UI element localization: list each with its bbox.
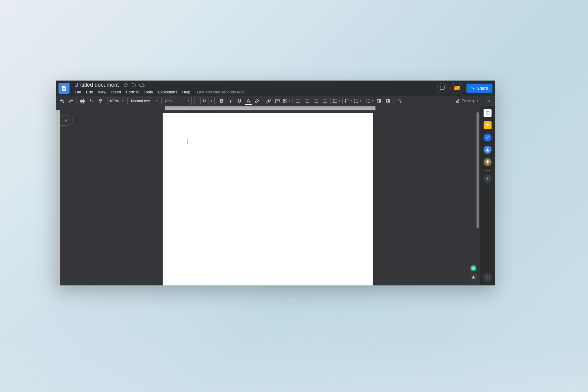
svg-rect-17 xyxy=(345,101,346,102)
document-canvas[interactable] xyxy=(56,106,480,285)
svg-point-20 xyxy=(354,100,355,100)
add-comment-icon[interactable] xyxy=(273,97,282,105)
menu-insert[interactable]: Insert xyxy=(109,89,123,95)
decrease-indent-icon[interactable] xyxy=(375,97,383,105)
align-justify-icon[interactable] xyxy=(321,97,329,105)
last-edit-link[interactable]: Last edit was seconds ago xyxy=(197,90,244,94)
paint-format-icon[interactable] xyxy=(96,97,104,105)
vertical-scrollbar[interactable] xyxy=(477,112,479,228)
font-size-increase[interactable]: + xyxy=(209,98,214,104)
highlight-icon[interactable] xyxy=(253,97,262,105)
align-center-icon[interactable] xyxy=(303,97,311,105)
svg-point-21 xyxy=(354,101,355,101)
svg-text:31: 31 xyxy=(486,112,489,114)
document-title[interactable]: Untitled document xyxy=(73,81,121,89)
svg-marker-0 xyxy=(124,83,128,87)
get-addons-icon[interactable]: + xyxy=(484,175,492,183)
star-icon[interactable] xyxy=(123,82,129,88)
print-icon[interactable] xyxy=(78,97,87,105)
menu-extensions[interactable]: Extensions xyxy=(156,89,179,95)
insert-link-icon[interactable] xyxy=(264,97,273,105)
undo-icon[interactable] xyxy=(58,97,66,105)
svg-text:3: 3 xyxy=(366,101,367,103)
text-cursor xyxy=(187,139,187,144)
grammarly-icon[interactable]: G xyxy=(470,265,477,271)
clear-formatting-icon[interactable] xyxy=(395,97,404,105)
move-icon[interactable] xyxy=(131,82,137,88)
font-size-decrease[interactable]: − xyxy=(195,98,200,104)
svg-rect-16 xyxy=(345,99,346,100)
maps-icon[interactable] xyxy=(484,158,492,166)
styles-dropdown[interactable]: Normal text xyxy=(129,97,160,105)
header-bar: Untitled document File Edit View Insert … xyxy=(56,81,495,96)
svg-point-22 xyxy=(354,102,355,103)
svg-rect-2 xyxy=(283,99,287,103)
spellcheck-icon[interactable] xyxy=(87,97,96,105)
svg-point-3 xyxy=(284,100,285,100)
editing-mode-button[interactable]: Editing xyxy=(452,97,482,105)
increase-indent-icon[interactable] xyxy=(384,97,392,105)
zoom-dropdown[interactable]: 100% xyxy=(107,97,126,105)
docs-window: Untitled document File Edit View Insert … xyxy=(56,81,495,285)
calendar-icon[interactable]: 31 xyxy=(484,109,492,117)
menu-bar: File Edit View Insert Format Tools Exten… xyxy=(73,89,437,95)
svg-rect-43 xyxy=(486,111,489,115)
cloud-status-icon[interactable] xyxy=(139,82,145,88)
toolbar: 100% Normal text Arial − 11 + B I U A 12… xyxy=(56,96,495,106)
bold-icon[interactable]: B xyxy=(217,97,226,105)
text-color-icon[interactable]: A xyxy=(244,97,253,105)
share-button[interactable]: Share xyxy=(466,84,492,93)
menu-view[interactable]: View xyxy=(96,89,108,95)
tasks-icon[interactable] xyxy=(484,134,492,141)
docs-logo[interactable] xyxy=(58,83,70,94)
svg-text:2: 2 xyxy=(366,100,367,102)
bulleted-list-icon[interactable] xyxy=(353,97,363,105)
side-panel: 31 + xyxy=(480,106,495,285)
font-dropdown[interactable]: Arial xyxy=(163,97,192,105)
vertical-ruler[interactable] xyxy=(56,110,60,285)
meet-button[interactable] xyxy=(450,83,463,93)
svg-point-45 xyxy=(487,148,488,150)
underline-icon[interactable]: U xyxy=(235,97,244,105)
menu-tools[interactable]: Tools xyxy=(141,89,155,95)
document-page[interactable] xyxy=(163,113,373,285)
align-left-icon[interactable] xyxy=(294,97,303,105)
numbered-list-icon[interactable]: 123 xyxy=(365,97,375,105)
menu-edit[interactable]: Edit xyxy=(84,89,95,95)
align-right-icon[interactable] xyxy=(312,97,320,105)
font-size-control: − 11 + xyxy=(194,97,215,105)
italic-icon[interactable]: I xyxy=(226,97,235,105)
sidepanel-separator xyxy=(484,170,491,171)
checklist-icon[interactable] xyxy=(344,97,353,105)
keep-icon[interactable] xyxy=(484,121,492,129)
explore-icon[interactable] xyxy=(470,274,477,281)
font-size-value[interactable]: 11 xyxy=(200,98,209,104)
hide-sidepanel-icon[interactable] xyxy=(483,273,492,282)
outline-toggle-icon[interactable] xyxy=(60,115,73,126)
svg-text:1: 1 xyxy=(366,99,367,100)
menu-file[interactable]: File xyxy=(73,89,83,95)
hide-menus-icon[interactable] xyxy=(484,97,493,105)
insert-image-icon[interactable] xyxy=(282,97,291,105)
menu-format[interactable]: Format xyxy=(124,89,141,95)
share-label: Share xyxy=(477,86,488,91)
contacts-icon[interactable] xyxy=(484,146,492,154)
comment-history-icon[interactable] xyxy=(437,83,447,93)
menu-help[interactable]: Help xyxy=(180,89,193,95)
svg-rect-1 xyxy=(81,101,84,103)
line-spacing-icon[interactable] xyxy=(332,97,341,105)
horizontal-ruler[interactable] xyxy=(60,106,480,110)
redo-icon[interactable] xyxy=(67,97,75,105)
